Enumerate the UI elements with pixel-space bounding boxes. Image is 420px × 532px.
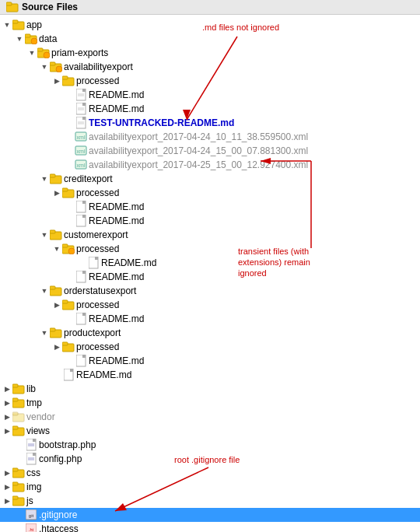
node-label-xml1: availabilityexport_2017-04-24_10_11_38.5… — [89, 132, 308, 142]
expander-data[interactable]: ▼ — [14, 33, 25, 44]
tree-node-img[interactable]: ▶ img — [0, 480, 420, 494]
file-icon-readme6 — [75, 271, 87, 283]
expander-img[interactable]: ▶ — [2, 481, 12, 492]
svg-rect-5 — [25, 34, 30, 37]
panel-title-suffix: Files — [57, 2, 78, 12]
tree-node-readme9[interactable]: README.md — [0, 368, 420, 382]
folder-icon-creditexport — [50, 173, 62, 185]
tree-node-readme1[interactable]: README.md — [0, 88, 420, 102]
file-icon-bootstrap — [25, 439, 37, 451]
node-label-test-untracked: TEST-UNTRACKED-README.md — [89, 118, 234, 128]
expander-creditexport[interactable]: ▼ — [39, 173, 50, 184]
expander-priam-exports[interactable]: ▼ — [26, 47, 37, 58]
expander-processed1[interactable]: ▶ — [51, 75, 62, 86]
svg-point-40 — [68, 248, 75, 254]
tree-node-orderstatusexport[interactable]: ▼ orderstatusexport — [0, 284, 420, 298]
node-label-img: img — [26, 482, 41, 492]
tree-node-customerexport[interactable]: ▼ customerexport — [0, 228, 420, 242]
tree-node-htaccess[interactable]: .ht .htaccess — [0, 522, 420, 532]
file-icon-readme8 — [75, 355, 87, 367]
tree-node-availabilityexport[interactable]: ▼ availabilityexport — [0, 60, 420, 74]
tree-node-productexport[interactable]: ▼ productexport — [0, 326, 420, 340]
expander-readme6 — [64, 271, 75, 282]
tree-node-views[interactable]: ▶ views — [0, 424, 420, 438]
svg-text:xml: xml — [77, 149, 86, 154]
tree-node-readme3[interactable]: README.md — [0, 200, 420, 214]
node-label-processed4: processed — [76, 300, 119, 310]
expander-bootstrap — [14, 439, 25, 450]
node-label-priam-exports: priam-exports — [51, 48, 108, 58]
tree-node-readme4[interactable]: README.md — [0, 214, 420, 228]
node-label-processed2: processed — [76, 188, 119, 198]
tree-node-processed4[interactable]: ▶ processed — [0, 298, 420, 312]
expander-productexport[interactable]: ▼ — [39, 327, 50, 338]
expander-app[interactable]: ▼ — [2, 19, 12, 30]
file-icon-readme3 — [75, 201, 87, 213]
file-icon-xml3: xml — [75, 159, 87, 171]
node-label-processed3: processed — [76, 244, 119, 254]
node-label-data: data — [39, 34, 57, 44]
node-label-customerexport: customerexport — [64, 230, 128, 240]
tree-node-readme7[interactable]: README.md — [0, 312, 420, 326]
tree-node-readme6[interactable]: README.md — [0, 270, 420, 284]
expander-htaccess — [14, 523, 25, 532]
tree-node-processed5[interactable]: ▶ processed — [0, 340, 420, 354]
expander-lib[interactable]: ▶ — [2, 383, 12, 394]
node-label-readme7: README.md — [89, 314, 144, 324]
panel-title: Source — [22, 2, 54, 12]
expander-xml1 — [64, 131, 75, 142]
expander-css[interactable]: ▶ — [2, 467, 12, 478]
folder-icon-orderstatusexport — [50, 285, 62, 297]
node-label-htaccess: .htaccess — [39, 524, 79, 532]
tree-node-xml2[interactable]: xml availabilityexport_2017-04-24_15_00_… — [0, 144, 420, 158]
tree-node-css[interactable]: ▶ css — [0, 466, 420, 480]
node-label-views: views — [26, 426, 50, 436]
tree-node-readme8[interactable]: README.md — [0, 354, 420, 368]
tree-node-tmp[interactable]: ▶ tmp — [0, 396, 420, 410]
tree-node-creditexport[interactable]: ▼ creditexport — [0, 172, 420, 186]
node-label-gitignore: .gitignore — [39, 510, 77, 520]
tree-node-test-untracked[interactable]: TEST-UNTRACKED-README.md — [0, 116, 420, 130]
expander-vendor[interactable]: ▶ — [2, 411, 12, 422]
expander-customerexport[interactable]: ▼ — [39, 229, 50, 240]
tree-node-config[interactable]: config.php — [0, 452, 420, 466]
node-label-vendor: vendor — [26, 412, 55, 422]
expander-test-untracked — [64, 117, 75, 128]
tree-node-app[interactable]: ▼ app — [0, 18, 420, 32]
tree-node-bootstrap[interactable]: bootstrap.php — [0, 438, 420, 452]
tree-node-readme5[interactable]: README.md — [0, 256, 420, 270]
expander-processed4[interactable]: ▶ — [51, 299, 62, 310]
tree-node-js[interactable]: ▶ js — [0, 494, 420, 508]
expander-availabilityexport[interactable]: ▼ — [39, 61, 50, 72]
tree-node-vendor[interactable]: ▶ vendor — [0, 410, 420, 424]
folder-icon-css — [12, 467, 25, 479]
tree-node-lib[interactable]: ▶ lib — [0, 382, 420, 396]
expander-orderstatusexport[interactable]: ▼ — [39, 285, 50, 296]
node-label-productexport: productexport — [64, 328, 121, 338]
tree-node-processed1[interactable]: ▶ processed — [0, 74, 420, 88]
tree-node-processed2[interactable]: ▶ processed — [0, 186, 420, 200]
tree-node-xml1[interactable]: xml availabilityexport_2017-04-24_10_11_… — [0, 130, 420, 144]
node-label-orderstatusexport: orderstatusexport — [64, 286, 136, 296]
expander-processed3[interactable]: ▼ — [51, 243, 62, 254]
tree-node-data[interactable]: ▼ data — [0, 32, 420, 46]
expander-js[interactable]: ▶ — [2, 495, 12, 506]
svg-point-6 — [31, 38, 37, 44]
svg-rect-1 — [6, 2, 12, 5]
node-label-readme5: README.md — [101, 258, 156, 268]
svg-text:xml: xml — [77, 135, 86, 140]
tree-node-priam-exports[interactable]: ▼ priam-exports — [0, 46, 420, 60]
folder-icon-img — [12, 481, 25, 493]
expander-views[interactable]: ▶ — [2, 425, 12, 436]
svg-rect-3 — [12, 20, 18, 23]
expander-processed2[interactable]: ▶ — [51, 187, 62, 198]
tree-node-gitignore[interactable]: git .gitignore — [0, 508, 420, 522]
expander-tmp[interactable]: ▶ — [2, 397, 12, 408]
file-tree: ▼ app ▼ data ▼ priam-exports ▼ availabil… — [0, 15, 420, 532]
tree-node-readme2[interactable]: README.md — [0, 102, 420, 116]
svg-rect-73 — [12, 496, 18, 499]
expander-processed5[interactable]: ▶ — [51, 341, 62, 352]
folder-icon-js — [12, 495, 25, 507]
tree-node-xml3[interactable]: xml availabilityexport_2017-04-25_15_00_… — [0, 158, 420, 172]
tree-node-processed3[interactable]: ▼ processed — [0, 242, 420, 256]
